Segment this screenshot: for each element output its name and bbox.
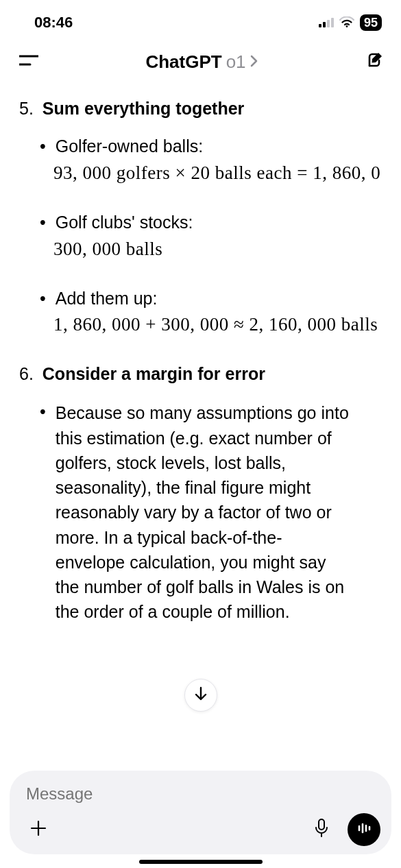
battery-indicator: 95 [360, 14, 382, 31]
bullet-icon: • [40, 287, 46, 311]
waveform-icon [356, 820, 372, 839]
arrow-down-icon [194, 686, 208, 704]
status-time: 08:46 [34, 14, 73, 32]
model-name: o1 [226, 51, 246, 73]
status-bar: 08:46 95 [0, 0, 401, 38]
math-expression: 1, 860, 000 + 300, 000 ≈ 2, 160, 000 bal… [53, 314, 389, 335]
section-6: 6. Consider a margin for error • Because… [19, 364, 389, 624]
chevron-right-icon [250, 52, 258, 71]
list-item: • Because so many assumptions go into th… [40, 400, 389, 624]
bullet-icon: • [40, 400, 46, 624]
section-heading: 6. Consider a margin for error [19, 364, 389, 384]
bullet-icon: • [40, 135, 46, 158]
math-expression: 300, 000 balls [53, 239, 389, 260]
voice-mode-button[interactable] [348, 813, 380, 846]
section-title: Sum everything together [42, 99, 245, 118]
section-heading: 5. Sum everything together [19, 99, 389, 119]
app-title: ChatGPT [145, 51, 221, 73]
svg-rect-0 [319, 24, 321, 27]
section-title: Consider a margin for error [42, 364, 265, 383]
list-item: • Add them up: [40, 287, 389, 311]
add-button[interactable] [25, 816, 52, 843]
svg-rect-1 [323, 22, 326, 27]
svg-point-4 [346, 25, 348, 27]
svg-rect-3 [331, 18, 334, 27]
list-item: • Golf clubs' stocks: [40, 211, 389, 234]
dictate-button[interactable] [308, 816, 335, 843]
home-indicator [139, 860, 263, 864]
plus-icon [29, 819, 47, 840]
svg-rect-10 [319, 819, 324, 830]
section-5: 5. Sum everything together • Golfer-owne… [19, 99, 389, 335]
section-number: 5. [19, 99, 34, 118]
list-item-label: Golf clubs' stocks: [56, 211, 193, 234]
message-content: 5. Sum everything together • Golfer-owne… [0, 99, 401, 625]
list-item-label: Golfer-owned balls: [56, 135, 203, 158]
compose-button[interactable] [365, 51, 385, 73]
paragraph-text: Because so many assumptions go into this… [56, 400, 350, 624]
cellular-icon [319, 14, 334, 32]
status-right: 95 [319, 14, 382, 32]
section-number: 6. [19, 364, 34, 383]
microphone-icon [314, 818, 329, 841]
wifi-icon [339, 14, 354, 32]
top-nav: ChatGPT o1 [0, 38, 401, 84]
math-expression: 93, 000 golfers × 20 balls each = 1, 860… [53, 162, 389, 184]
scroll-to-bottom-button[interactable] [184, 679, 217, 712]
menu-button[interactable] [19, 54, 38, 69]
list-item: • Golfer-owned balls: [40, 135, 389, 158]
svg-rect-2 [327, 20, 330, 27]
bullet-icon: • [40, 211, 46, 234]
composer [10, 771, 391, 854]
list-item-label: Add them up: [56, 287, 158, 311]
model-selector[interactable]: ChatGPT o1 [145, 51, 258, 73]
message-input[interactable] [25, 782, 380, 813]
